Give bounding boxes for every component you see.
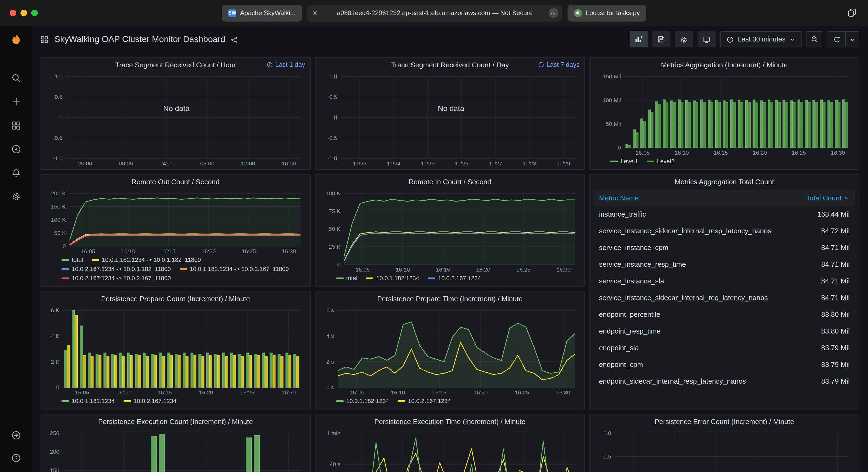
total-count-cell: 83.79 Mil xyxy=(821,377,850,385)
legend-item[interactable]: total xyxy=(336,274,358,282)
tab-active-elb[interactable]: a0881eed4-22961232.ap-east-1.elb.amazona… xyxy=(308,5,562,21)
svg-text:20:00: 20:00 xyxy=(78,160,92,167)
svg-text:6 s: 6 s xyxy=(326,307,334,313)
legend-item[interactable]: 10.0.1.182:1234 xyxy=(366,274,419,282)
panel-title[interactable]: Trace Segment Received Count / Day xyxy=(391,61,509,69)
svg-text:04:00: 04:00 xyxy=(159,160,174,167)
remote-in-chart[interactable]: 100 K75 K50 K25 K016:0516:1016:1516:2016… xyxy=(320,189,580,274)
grafana-logo-icon[interactable] xyxy=(9,33,24,48)
explore-compass-icon[interactable] xyxy=(10,143,22,155)
svg-text:11/25: 11/25 xyxy=(421,160,434,167)
svg-text:4 K: 4 K xyxy=(51,333,59,339)
svg-text:1 min: 1 min xyxy=(327,430,340,436)
panel-title[interactable]: Trace Segment Received Count / Hour xyxy=(115,61,236,69)
column-header-metric-name[interactable]: Metric Name xyxy=(599,194,639,202)
trace-hour-chart[interactable]: 1.00.50-0.5-1.020:0000:0004:0008:0012:00… xyxy=(45,72,306,168)
add-panel-button[interactable] xyxy=(629,31,648,47)
persistence-prepare-count-chart[interactable]: 6 K4 K2 K016:0516:1016:1516:2016:2516:30 xyxy=(45,306,306,397)
alerting-bell-icon[interactable] xyxy=(10,167,22,178)
persistence-execution-time-chart[interactable]: 1 min40 s20 s0 s16:0516:1016:1516:2016:2… xyxy=(320,429,580,472)
legend-item[interactable]: 10.0.1.182:1234 xyxy=(336,397,389,405)
apps-grid-icon[interactable] xyxy=(40,35,49,44)
legend-item[interactable]: 10.0.2.167:1234 -> 10.0.2.167_11800 xyxy=(62,274,171,282)
time-range-picker[interactable]: Last 30 minutes xyxy=(720,31,802,47)
tab-more-button[interactable] xyxy=(549,8,558,18)
tab-locust[interactable]: Locust for tasks.py xyxy=(567,5,646,21)
remote-out-chart[interactable]: 200 K150 K100 K50 K016:0516:1016:1516:20… xyxy=(45,189,306,256)
svg-text:4 s: 4 s xyxy=(326,333,334,339)
legend-item[interactable]: 10.0.2.167:1234 xyxy=(428,274,481,282)
configuration-gear-icon[interactable] xyxy=(10,191,22,202)
panel-time-link[interactable]: Last 7 days xyxy=(538,61,580,68)
zoom-out-button[interactable] xyxy=(806,31,823,47)
panel-title[interactable]: Persistence Prepare Time (Increment) / M… xyxy=(377,295,523,303)
metrics-aggregation-chart[interactable]: 150 Mil100 Mil50 Mil016:0516:1016:1516:2… xyxy=(594,72,855,157)
legend-item[interactable]: Level1 xyxy=(611,157,638,165)
svg-text:No data: No data xyxy=(437,104,464,112)
help-icon[interactable]: ? xyxy=(10,452,22,463)
create-plus-icon[interactable] xyxy=(10,96,22,107)
tab-skywalking[interactable]: SW Apache SkyWalki... xyxy=(222,5,302,21)
svg-text:16:15: 16:15 xyxy=(157,389,172,396)
svg-text:11/27: 11/27 xyxy=(489,160,502,167)
panel-metrics-aggregation: Metrics Aggregation (Increment) / Minute… xyxy=(589,57,859,170)
dashboards-icon[interactable] xyxy=(10,120,22,131)
legend-item[interactable]: 10.0.2.167:1234 -> 10.0.1.182_11800 xyxy=(62,265,171,273)
svg-text:16:30: 16:30 xyxy=(831,149,845,156)
tab-overview-icon[interactable] xyxy=(847,7,857,18)
panel-time-link[interactable]: Last 1 day xyxy=(267,61,305,68)
svg-text:2 K: 2 K xyxy=(51,359,59,365)
zoom-window-button[interactable] xyxy=(31,10,38,16)
legend-item[interactable]: 10.0.2.167:1234 xyxy=(123,397,177,405)
close-tab-icon[interactable] xyxy=(312,10,318,15)
panel-title[interactable]: Metrics Aggregation Total Count xyxy=(675,178,774,186)
share-icon[interactable] xyxy=(229,36,238,44)
column-header-total-count[interactable]: Total Count xyxy=(806,194,850,202)
panel-title[interactable]: Remote Out Count / Second xyxy=(131,178,220,186)
dashboard-title[interactable]: SkyWalking OAP Cluster Monitor Dashboard xyxy=(55,34,225,44)
legend-item[interactable]: 10.0.2.167:1234 xyxy=(398,397,451,405)
persistence-prepare-time-chart[interactable]: 6 s4 s2 s0 s16:0516:1016:1516:2016:2516:… xyxy=(320,306,580,397)
svg-text:16:00: 16:00 xyxy=(282,160,296,167)
total-count-cell: 84.71 Mil xyxy=(821,294,850,302)
svg-text:-1.0: -1.0 xyxy=(53,155,63,161)
svg-text:1.0: 1.0 xyxy=(329,73,337,79)
panel-title[interactable]: Persistence Prepare Count (Increment) / … xyxy=(101,295,250,303)
table-row: service_instance_sla84.71 Mil xyxy=(594,273,855,289)
svg-text:16:15: 16:15 xyxy=(714,149,728,156)
search-icon[interactable] xyxy=(10,72,22,83)
svg-text:16:05: 16:05 xyxy=(636,149,650,156)
panel-title[interactable]: Remote In Count / Second xyxy=(409,178,491,186)
table-row: endpoint_percentile83.80 Mil xyxy=(594,306,855,323)
svg-text:11/29: 11/29 xyxy=(556,160,570,167)
chart-legend: total10.0.1.182:123410.0.2.167:1234 xyxy=(320,274,580,284)
persistence-error-count-chart[interactable]: 1.00.50-0.5-1.016:0516:1016:1516:2016:25… xyxy=(594,429,855,472)
dashboard-settings-button[interactable] xyxy=(675,31,693,47)
svg-text:50 K: 50 K xyxy=(54,230,66,236)
trace-day-chart[interactable]: 1.00.50-0.5-1.011/2311/2411/2511/2611/27… xyxy=(320,72,580,168)
svg-text:11/26: 11/26 xyxy=(455,160,468,167)
cycle-view-tv-button[interactable] xyxy=(698,31,716,47)
legend-item[interactable]: Level2 xyxy=(647,157,675,165)
panel-title[interactable]: Persistence Error Count (Increment) / Mi… xyxy=(655,417,794,426)
legend-item[interactable]: 10.0.1.182:1234 -> 10.0.1.182_11800 xyxy=(92,256,201,264)
panel-title[interactable]: Metrics Aggregation (Increment) / Minute xyxy=(661,61,787,69)
minimize-window-button[interactable] xyxy=(21,10,27,16)
chart-legend: 10.0.1.182:123410.0.2.167:1234 xyxy=(45,397,306,407)
legend-item[interactable]: total xyxy=(62,256,83,264)
legend-item[interactable]: 10.0.1.182:1234 -> 10.0.2.167_11800 xyxy=(179,265,289,273)
svg-text:100 K: 100 K xyxy=(51,216,66,223)
panel-title[interactable]: Persistence Execution Time (Increment) /… xyxy=(374,417,526,426)
save-dashboard-button[interactable] xyxy=(652,31,671,47)
tab-label: a0881eed4-22961232.ap-east-1.elb.amazona… xyxy=(337,9,533,17)
persistence-execution-count-chart[interactable]: 25020015010050016:0516:1016:1516:2016:25… xyxy=(45,429,306,472)
close-window-button[interactable] xyxy=(10,10,16,16)
svg-text:0 s: 0 s xyxy=(326,384,334,391)
sign-in-icon[interactable] xyxy=(10,430,22,441)
refresh-icon[interactable] xyxy=(828,32,845,47)
refresh-interval-chevron-icon[interactable] xyxy=(845,32,859,47)
legend-item[interactable]: 10.0.1.182:1234 xyxy=(62,397,115,405)
panel-title[interactable]: Persistence Execution Count (Increment) … xyxy=(98,417,253,426)
table-row: endpoint_resp_time83.80 Mil xyxy=(594,323,855,339)
svg-text:0: 0 xyxy=(56,384,59,391)
